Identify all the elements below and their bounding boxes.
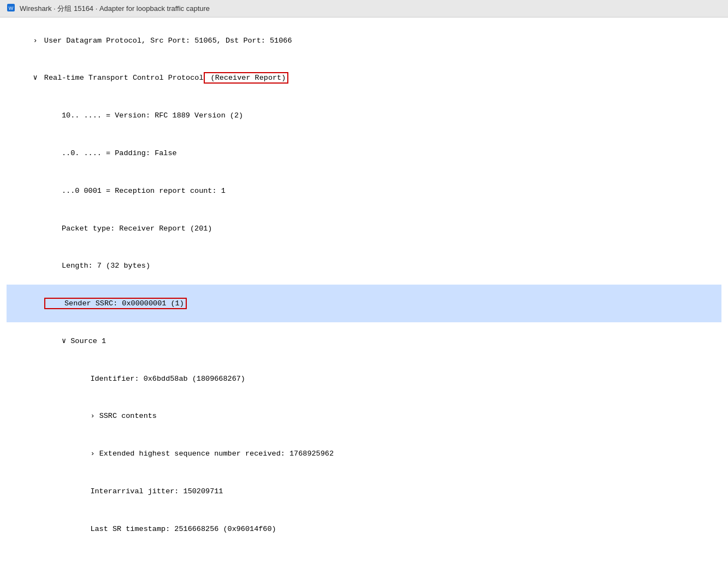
rtcp-expand-arrow: ∨ bbox=[33, 74, 38, 82]
packet-detail-panel: › User Datagram Protocol, Src Port: 5106… bbox=[0, 17, 728, 561]
identifier-row: Identifier: 0x6bdd58ab (1809668267) bbox=[7, 360, 721, 398]
udp-expand-arrow: › bbox=[33, 37, 38, 45]
wireshark-logo-icon: W bbox=[7, 3, 15, 14]
udp-row[interactable]: › User Datagram Protocol, Src Port: 5106… bbox=[7, 22, 721, 60]
packet-type-label: Packet type: Receiver Report (201) bbox=[44, 225, 212, 233]
last-sr-label: Last SR timestamp: 2516668256 (0x96014f6… bbox=[55, 525, 276, 533]
last-sr-row: Last SR timestamp: 2516668256 (0x96014f6… bbox=[7, 510, 721, 548]
sender-ssrc-label: Sender SSRC: 0x00000001 (1) bbox=[44, 298, 187, 309]
ssrc-contents-label: SSRC contents bbox=[99, 412, 157, 420]
extended-seq-label: Extended highest sequence number receive… bbox=[99, 450, 334, 458]
version-row: 10.. .... = Version: RFC 1889 Version (2… bbox=[7, 97, 721, 135]
packet-type-row: Packet type: Receiver Report (201) bbox=[7, 210, 721, 247]
ssrc-contents-arrow: › bbox=[55, 412, 99, 420]
main-content: › User Datagram Protocol, Src Port: 5106… bbox=[0, 17, 728, 561]
udp-label: User Datagram Protocol, Src Port: 51065,… bbox=[40, 37, 292, 45]
rtcp-label: Real-time Transport Control Protocol bbox=[40, 74, 204, 82]
delay-row: Delay since last SR timestamp: 318821613… bbox=[7, 548, 721, 561]
jitter-row: Interarrival jitter: 150209711 bbox=[7, 473, 721, 510]
rtcp-row[interactable]: ∨ Real-time Transport Control Protocol (… bbox=[7, 60, 721, 97]
extended-seq-row[interactable]: › Extended highest sequence number recei… bbox=[7, 435, 721, 473]
identifier-label: Identifier: 0x6bdd58ab (1809668267) bbox=[55, 375, 245, 383]
svg-text:W: W bbox=[9, 5, 14, 11]
version-label: 10.. .... = Version: RFC 1889 Version (2… bbox=[44, 111, 244, 120]
ssrc-contents-row[interactable]: › SSRC contents bbox=[7, 398, 721, 435]
source1-row[interactable]: ∨ Source 1 bbox=[7, 322, 721, 360]
window-title: Wireshark · 分组 15164 · Adapter for loopb… bbox=[20, 4, 210, 14]
rtcp-receiver-report-highlight: (Receiver Report) bbox=[204, 72, 289, 84]
padding-label: ..0. .... = Padding: False bbox=[44, 149, 177, 157]
padding-row: ..0. .... = Padding: False bbox=[7, 134, 721, 172]
extended-seq-arrow: › bbox=[55, 450, 99, 458]
length-label: Length: 7 (32 bytes) bbox=[44, 262, 150, 270]
reception-count-row: ...0 0001 = Reception report count: 1 bbox=[7, 172, 721, 210]
jitter-label: Interarrival jitter: 150209711 bbox=[55, 487, 223, 495]
sender-ssrc-row[interactable]: Sender SSRC: 0x00000001 (1) bbox=[7, 285, 721, 322]
source1-label: Source 1 bbox=[70, 337, 106, 345]
length-row: Length: 7 (32 bytes) bbox=[7, 247, 721, 285]
title-bar: W Wireshark · 分组 15164 · Adapter for loo… bbox=[0, 0, 728, 17]
reception-label: ...0 0001 = Reception report count: 1 bbox=[44, 187, 226, 195]
source1-arrow: ∨ bbox=[44, 337, 71, 345]
